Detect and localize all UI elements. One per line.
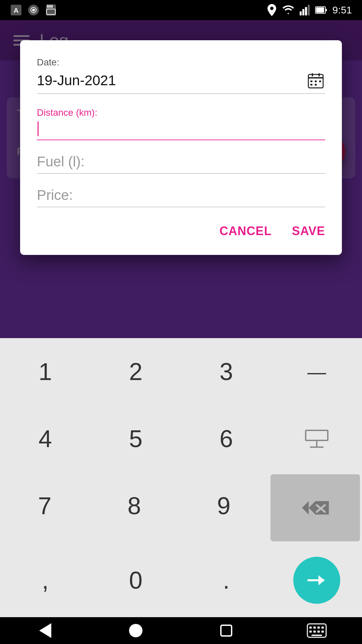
svg-rect-8 <box>51 5 53 8</box>
svg-rect-20 <box>318 73 320 76</box>
svg-rect-13 <box>308 5 310 15</box>
date-field-row[interactable]: 19-Jun-2021 <box>37 71 325 94</box>
nav-recents-button[interactable] <box>216 621 236 641</box>
svg-rect-36 <box>321 627 324 629</box>
svg-rect-23 <box>319 80 321 82</box>
date-field-group: Date: 19-Jun-2021 <box>37 57 325 94</box>
date-value: 19-Jun-2021 <box>37 72 306 89</box>
enter-key[interactable] <box>293 557 340 604</box>
svg-rect-10 <box>300 11 302 15</box>
text-cursor <box>38 121 39 136</box>
svg-rect-38 <box>313 631 316 633</box>
key-comma[interactable]: , <box>0 547 90 614</box>
key-8[interactable]: 8 <box>89 472 179 539</box>
nav-keyboard-button[interactable] <box>307 621 327 641</box>
keyboard-row-3: 7 8 9 <box>0 472 362 543</box>
price-field-group: Price: <box>37 187 325 207</box>
key-6[interactable]: 6 <box>181 405 272 472</box>
svg-rect-37 <box>309 631 312 633</box>
svg-text:A: A <box>14 7 18 14</box>
key-dash[interactable]: — <box>272 338 362 405</box>
key-5[interactable]: 5 <box>90 405 181 472</box>
accessibility-icon: A <box>10 4 22 16</box>
keyboard-row-4: , 0 . <box>0 543 362 617</box>
backspace-key[interactable] <box>270 474 360 541</box>
record-icon <box>27 4 40 16</box>
svg-rect-15 <box>316 7 324 13</box>
svg-marker-29 <box>302 501 309 515</box>
key-4[interactable]: 4 <box>0 405 90 472</box>
svg-rect-12 <box>305 7 307 15</box>
status-time: 9:51 <box>333 4 352 16</box>
dialog-actions: CANCEL SAVE <box>37 221 325 241</box>
fuel-field-group: Fuel (l): <box>37 154 325 174</box>
svg-rect-39 <box>317 631 320 633</box>
numeric-keyboard: 1 2 3 — 4 5 6 7 8 9 <box>0 338 362 617</box>
svg-rect-11 <box>302 9 304 15</box>
distance-label: Distance (km): <box>37 107 325 118</box>
cancel-button[interactable]: CANCEL <box>220 221 272 241</box>
keyboard-row-1: 1 2 3 — <box>0 338 362 405</box>
svg-rect-22 <box>315 80 317 82</box>
price-field-row[interactable]: Price: <box>37 187 325 207</box>
svg-rect-34 <box>313 627 316 629</box>
svg-rect-19 <box>312 73 313 76</box>
key-0[interactable]: 0 <box>90 547 181 614</box>
sdcard-icon <box>45 4 57 16</box>
svg-rect-41 <box>311 635 322 636</box>
key-9[interactable]: 9 <box>179 472 268 539</box>
key-7[interactable]: 7 <box>0 472 89 539</box>
status-left-icons: A <box>10 4 57 16</box>
key-2[interactable]: 2 <box>90 338 181 405</box>
keyboard-row-2: 4 5 6 <box>0 405 362 472</box>
fuel-log-dialog: Date: 19-Jun-2021 Distance (km): <box>20 40 342 255</box>
svg-rect-35 <box>317 627 320 629</box>
distance-field-group: Distance (km): <box>37 107 325 140</box>
svg-rect-24 <box>310 84 312 86</box>
svg-rect-25 <box>315 84 317 86</box>
fuel-placeholder: Fuel (l): <box>37 154 84 170</box>
key-1[interactable]: 1 <box>0 338 90 405</box>
svg-rect-6 <box>47 5 49 8</box>
svg-point-4 <box>32 9 35 11</box>
svg-rect-21 <box>310 80 312 82</box>
price-placeholder: Price: <box>37 187 73 203</box>
svg-rect-18 <box>308 77 323 78</box>
save-button[interactable]: SAVE <box>292 221 325 241</box>
key-period[interactable]: . <box>181 547 272 614</box>
svg-rect-16 <box>325 9 327 11</box>
svg-marker-31 <box>318 575 324 585</box>
navigation-bar <box>0 617 362 644</box>
svg-rect-40 <box>321 631 324 633</box>
date-label: Date: <box>37 57 325 68</box>
key-3[interactable]: 3 <box>181 338 272 405</box>
calendar-icon[interactable] <box>306 71 325 90</box>
svg-rect-33 <box>309 627 312 629</box>
status-right-icons: 9:51 <box>267 4 352 16</box>
nav-back-button[interactable] <box>35 621 55 641</box>
fuel-field-row[interactable]: Fuel (l): <box>37 154 325 174</box>
svg-rect-7 <box>49 5 51 8</box>
status-bar: A <box>0 0 362 20</box>
distance-field-row[interactable] <box>37 121 325 140</box>
key-space[interactable] <box>272 405 362 472</box>
nav-home-button[interactable] <box>126 621 146 641</box>
